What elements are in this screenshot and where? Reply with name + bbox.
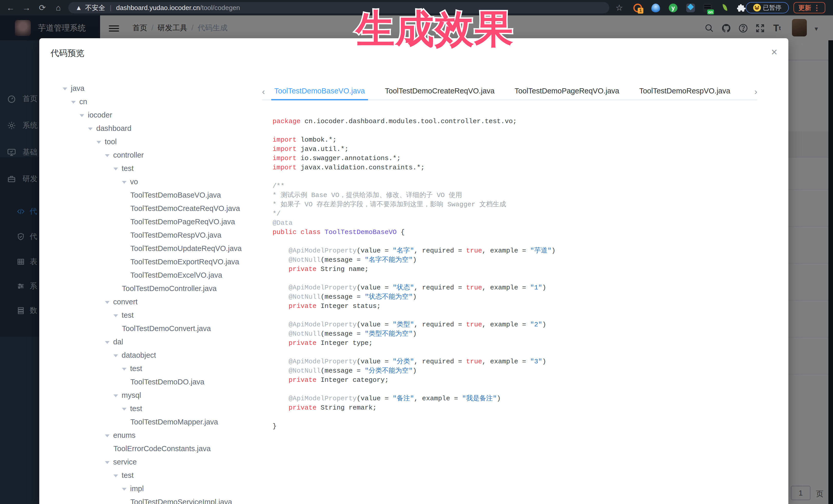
- browser-home-icon[interactable]: ⌂: [52, 2, 64, 13]
- caret-down-icon[interactable]: [105, 341, 110, 344]
- file-tab-5[interactable]: ToolTe: [747, 83, 748, 100]
- code-line: @NotNull(message = "类型不能为空"): [272, 329, 781, 338]
- code-line: [272, 385, 781, 394]
- caret-down-icon[interactable]: [122, 368, 126, 370]
- caret-down-icon[interactable]: [114, 314, 118, 317]
- window-scrollbar[interactable]: [828, 40, 833, 504]
- caret-down-icon[interactable]: [88, 127, 93, 130]
- tree-label: impl: [130, 484, 144, 493]
- tree-file[interactable]: ToolTestDemoRespVO.java: [39, 229, 260, 242]
- code-line: */: [272, 209, 781, 218]
- tree-file[interactable]: ToolTestDemoConvert.java: [39, 322, 260, 335]
- caret-down-icon[interactable]: [122, 488, 126, 491]
- tree-folder[interactable]: iocoder: [39, 108, 260, 122]
- caret-down-icon[interactable]: [71, 101, 76, 104]
- tree-file[interactable]: ToolErrorCodeConstants.java: [39, 442, 260, 455]
- tree-folder[interactable]: dashboard: [39, 122, 260, 135]
- tree-label: mysql: [122, 391, 141, 399]
- tree-folder[interactable]: impl: [39, 482, 260, 495]
- caret-down-icon[interactable]: [105, 434, 110, 437]
- extension-icon-orange[interactable]: 1: [633, 4, 642, 12]
- tree-folder[interactable]: test: [39, 469, 260, 482]
- code-line: [272, 274, 781, 283]
- caret-down-icon[interactable]: [114, 394, 118, 397]
- caret-down-icon[interactable]: [63, 88, 67, 90]
- tree-folder[interactable]: vo: [39, 175, 260, 188]
- caret-down-icon[interactable]: [105, 461, 110, 464]
- tree-file[interactable]: ToolTestDemoController.java: [39, 282, 260, 295]
- caret-down-icon[interactable]: [114, 354, 118, 357]
- caret-down-icon[interactable]: [79, 114, 84, 117]
- browser-reload-icon[interactable]: ⟳: [37, 2, 48, 13]
- tree-label: ToolTestDemoExcelVO.java: [130, 271, 222, 279]
- caret-down-icon[interactable]: [122, 408, 126, 411]
- tree-folder[interactable]: service: [39, 455, 260, 469]
- bookmark-star-icon[interactable]: ☆: [613, 2, 625, 13]
- tree-file[interactable]: ToolTestDemoExportReqVO.java: [39, 255, 260, 268]
- tree-folder[interactable]: test: [39, 362, 260, 375]
- tree-folder[interactable]: test: [39, 309, 260, 322]
- code-line: private Integer status;: [272, 302, 781, 311]
- extension-icon-blue-gem[interactable]: [651, 4, 660, 12]
- browser-menu-dots-icon[interactable]: ⋮: [813, 4, 820, 12]
- tree-folder[interactable]: test: [39, 162, 260, 175]
- tree-label: dataobject: [122, 351, 156, 359]
- tree-label: ToolTestDemoMapper.java: [130, 418, 218, 426]
- tree-folder[interactable]: controller: [39, 148, 260, 162]
- profile-paused-chip[interactable]: 已暂停: [746, 2, 789, 13]
- tree-file[interactable]: ToolTestDemoExcelVO.java: [39, 268, 260, 282]
- code-line: * 测试示例 Base VO，提供给添加、修改、详细的子 VO 使用: [272, 191, 781, 200]
- tree-label: ToolErrorCodeConstants.java: [114, 445, 211, 453]
- tree-folder[interactable]: tool: [39, 135, 260, 148]
- tree-label: cn: [79, 97, 87, 106]
- extension-icon-sprout[interactable]: [721, 4, 729, 12]
- file-tab-4[interactable]: ToolTestDemoRespVO.java: [636, 83, 733, 100]
- tree-folder[interactable]: cn: [39, 95, 260, 108]
- extensions-puzzle-icon[interactable]: [737, 4, 746, 12]
- browser-forward-icon[interactable]: →: [21, 2, 32, 13]
- browser-back-icon[interactable]: ←: [5, 2, 17, 13]
- caret-down-icon[interactable]: [105, 301, 110, 304]
- tree-label: convert: [113, 298, 138, 306]
- tree-label: ToolTestDemoUpdateReqVO.java: [130, 244, 242, 253]
- file-tab-2[interactable]: ToolTestDemoCreateReqVO.java: [382, 83, 498, 100]
- code-line: [272, 348, 781, 357]
- tree-folder[interactable]: java: [39, 81, 260, 95]
- extension-icon-diamond[interactable]: [686, 4, 695, 12]
- tree-file[interactable]: ToolTestDemoDO.java: [39, 375, 260, 388]
- tabs-prev-icon[interactable]: ‹: [262, 87, 265, 96]
- tree-folder[interactable]: dal: [39, 335, 260, 349]
- caret-down-icon[interactable]: [114, 168, 118, 170]
- tree-file[interactable]: ToolTestDemoUpdateReqVO.java: [39, 242, 260, 255]
- tree-folder[interactable]: test: [39, 402, 260, 415]
- tree-file[interactable]: ToolTestDemoPageReqVO.java: [39, 215, 260, 229]
- close-icon[interactable]: ×: [767, 45, 781, 59]
- tree-label: test: [130, 364, 142, 373]
- tree-folder[interactable]: mysql: [39, 388, 260, 402]
- tree-folder[interactable]: dataobject: [39, 349, 260, 362]
- tree-file[interactable]: ToolTestDemoServiceImpl.java: [39, 495, 260, 504]
- warning-icon: ▲: [75, 4, 82, 12]
- tree-label: ToolTestDemoExportReqVO.java: [130, 258, 239, 266]
- file-tab-1[interactable]: ToolTestDemoBaseVO.java: [271, 83, 368, 100]
- tree-file[interactable]: ToolTestDemoCreateReqVO.java: [39, 202, 260, 215]
- tree-file[interactable]: ToolTestDemoBaseVO.java: [39, 188, 260, 202]
- update-label: 更新: [799, 4, 811, 12]
- extension-icon-tampermonkey[interactable]: on: [703, 4, 712, 12]
- security-label[interactable]: 不安全: [85, 3, 105, 12]
- tree-label: dashboard: [96, 124, 132, 133]
- tree-file[interactable]: ToolTestDemoMapper.java: [39, 415, 260, 429]
- caret-down-icon[interactable]: [114, 475, 118, 477]
- tabs-next-icon[interactable]: ›: [755, 87, 757, 96]
- extension-icon-green[interactable]: y: [669, 4, 677, 12]
- code-line: private String name;: [272, 265, 781, 274]
- address-bar[interactable]: ▲ 不安全 | dashboard.yudao.iocoder.cn /tool…: [68, 2, 609, 13]
- caret-down-icon[interactable]: [105, 154, 110, 157]
- caret-down-icon[interactable]: [96, 141, 101, 144]
- code-line: @ApiModelProperty(value = "类型", required…: [272, 320, 781, 329]
- tree-folder[interactable]: enums: [39, 429, 260, 442]
- tree-folder[interactable]: convert: [39, 295, 260, 309]
- file-tab-3[interactable]: ToolTestDemoPageReqVO.java: [511, 83, 622, 100]
- caret-down-icon[interactable]: [122, 181, 126, 184]
- browser-update-button[interactable]: 更新 ⋮: [793, 2, 825, 13]
